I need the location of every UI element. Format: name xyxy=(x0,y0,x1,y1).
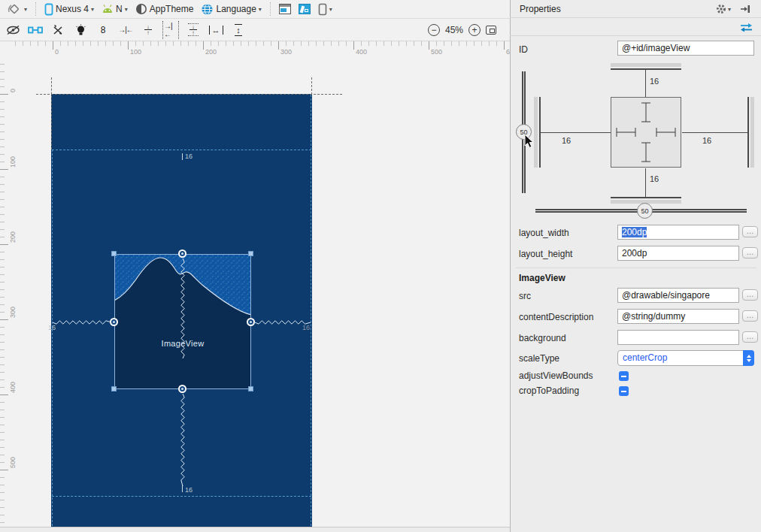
scale-type-value: centerCrop xyxy=(623,352,667,363)
widget-margin-top[interactable]: 16 xyxy=(650,77,659,86)
properties-subtoolbar xyxy=(510,18,761,36)
default-margin-button[interactable]: 8 xyxy=(95,22,111,38)
design-toolbar: ▾ Nexus 4 ▾ N ▾ AppTheme xyxy=(0,0,510,19)
zoom-out-icon: − xyxy=(431,26,436,35)
chevron-down-icon: ▾ xyxy=(125,6,128,13)
zoom-level: 45% xyxy=(445,25,463,35)
expand-vertical-icon: ↕ xyxy=(235,24,242,36)
root-layout-outline-right xyxy=(311,77,312,95)
v-ruler-label: 500 xyxy=(9,457,17,468)
top-margin-label[interactable]: 16 xyxy=(185,153,193,160)
hide-constraints-button[interactable] xyxy=(5,22,21,38)
language-selector[interactable]: Language ▾ xyxy=(199,1,263,17)
autoconnect-icon xyxy=(28,26,43,35)
swap-arrows-icon[interactable] xyxy=(740,23,753,32)
layout-height-more-button[interactable]: … xyxy=(742,247,758,258)
background-more-button[interactable]: … xyxy=(742,331,758,343)
parent-edge-left xyxy=(539,97,541,168)
layout-height-field[interactable]: 200dp xyxy=(617,246,739,261)
expand-horizontal-button[interactable]: ↔ xyxy=(208,22,224,38)
clear-constraints-icon xyxy=(52,24,64,35)
pack-horizontal-icon: →|← xyxy=(118,26,133,34)
constraint-anchor-bottom[interactable] xyxy=(178,385,186,393)
hide-panel-icon[interactable] xyxy=(740,4,750,14)
expand-vertical-button[interactable]: ↕ xyxy=(230,22,247,38)
resize-handle-top-left[interactable] xyxy=(111,251,117,256)
theme-selector[interactable]: AppTheme xyxy=(133,1,196,17)
properties-panel xyxy=(510,0,761,532)
api-version-selector[interactable]: N ▾ xyxy=(99,1,130,17)
center-horizontal-button[interactable]: →|← xyxy=(162,22,179,38)
resize-handle-top-right[interactable] xyxy=(248,251,253,256)
design-mode-button[interactable] xyxy=(277,1,293,17)
crop-to-padding-label: cropToPadding xyxy=(519,385,579,396)
blueprint-mode-icon xyxy=(299,4,311,14)
id-field[interactable]: @+id/imageView xyxy=(617,41,754,56)
parent-edge-bottom xyxy=(611,197,681,198)
root-layout-outline-left xyxy=(51,77,52,150)
content-description-more-button[interactable]: … xyxy=(742,310,758,322)
constraint-anchor-right[interactable] xyxy=(247,318,255,326)
src-more-button[interactable]: … xyxy=(742,289,758,301)
layout-height-label: layout_height xyxy=(519,249,572,259)
left-constraint-spring xyxy=(53,319,111,325)
bottom-margin-tick xyxy=(182,485,183,492)
infer-constraints-icon xyxy=(75,24,86,36)
h-ruler-label: 300 xyxy=(280,48,292,56)
widget-margin-left[interactable]: 16 xyxy=(562,136,571,145)
adjust-view-bounds-label: adjustViewBounds xyxy=(519,370,593,381)
infer-constraints-button[interactable] xyxy=(72,22,89,38)
adjust-view-bounds-checkbox[interactable] xyxy=(619,371,629,381)
src-field[interactable]: @drawable/singapore xyxy=(617,288,739,303)
constraint-widget-square[interactable] xyxy=(611,97,681,168)
right-margin-label[interactable]: 16 xyxy=(302,324,310,331)
pack-vertical-icon: ↓↑ xyxy=(144,25,152,35)
center-vertical-button[interactable]: ↓↑ xyxy=(185,22,202,38)
zoom-out-button[interactable]: − xyxy=(428,24,440,36)
language-label: Language xyxy=(216,4,256,14)
widget-margin-right[interactable]: 16 xyxy=(702,136,711,145)
top-constraint-spring xyxy=(180,258,186,358)
widget-top-connector xyxy=(645,69,646,97)
section-title: ImageView xyxy=(519,273,565,283)
blueprint-mode-button[interactable] xyxy=(296,1,313,17)
background-field[interactable] xyxy=(617,330,739,345)
v-ruler-label: 0 xyxy=(9,89,17,92)
orientation-icon xyxy=(7,3,22,15)
chevron-down-icon: ▾ xyxy=(24,6,27,13)
constraint-anchor-top[interactable] xyxy=(178,249,186,258)
horizontal-scrollbar[interactable] xyxy=(0,527,510,532)
resize-handle-bottom-right[interactable] xyxy=(248,386,253,391)
horizontal-bias-value[interactable]: 50 xyxy=(637,203,653,219)
gear-menu-chevron[interactable]: ▾ xyxy=(728,6,731,13)
variant-selector[interactable]: ▾ xyxy=(316,1,335,17)
zoom-in-icon: + xyxy=(471,26,477,35)
android-api-icon xyxy=(102,4,114,14)
section-divider xyxy=(516,268,756,268)
left-margin-label[interactable]: 16 xyxy=(48,324,56,331)
zoom-fit-button[interactable] xyxy=(486,26,496,35)
pack-vertical-button[interactable]: ↓↑ xyxy=(140,22,156,38)
orientation-selector[interactable]: ▾ xyxy=(5,1,29,17)
dropdown-stepper-icon xyxy=(743,350,754,366)
hide-constraints-icon xyxy=(6,25,20,35)
pack-horizontal-button[interactable]: →|← xyxy=(117,22,134,38)
layout-width-field[interactable]: 200dp xyxy=(617,225,739,240)
clear-constraints-button[interactable] xyxy=(50,22,66,38)
scale-type-dropdown[interactable]: centerCrop xyxy=(617,350,754,366)
device-selector[interactable]: Nexus 4 ▾ xyxy=(42,1,96,17)
gear-icon[interactable] xyxy=(716,4,726,14)
content-description-field[interactable]: @string/dummy xyxy=(617,309,739,324)
top-margin-tick xyxy=(182,153,183,160)
language-icon xyxy=(201,3,214,16)
autoconnect-button[interactable] xyxy=(27,22,44,38)
layout-width-more-button[interactable]: … xyxy=(742,226,758,237)
zoom-in-button[interactable]: + xyxy=(468,24,481,36)
widget-margin-bottom[interactable]: 16 xyxy=(650,174,659,183)
right-edge-guide xyxy=(311,95,311,526)
center-horizontal-icon: →|← xyxy=(162,21,179,39)
crop-to-padding-checkbox[interactable] xyxy=(619,386,629,396)
constraint-toolbar: 8 →|← ↓↑ →|← ↓↑ ↔ ↕ − 45% + xyxy=(0,19,510,41)
resize-handle-bottom-left[interactable] xyxy=(111,386,117,391)
bottom-margin-label[interactable]: 16 xyxy=(185,486,193,494)
